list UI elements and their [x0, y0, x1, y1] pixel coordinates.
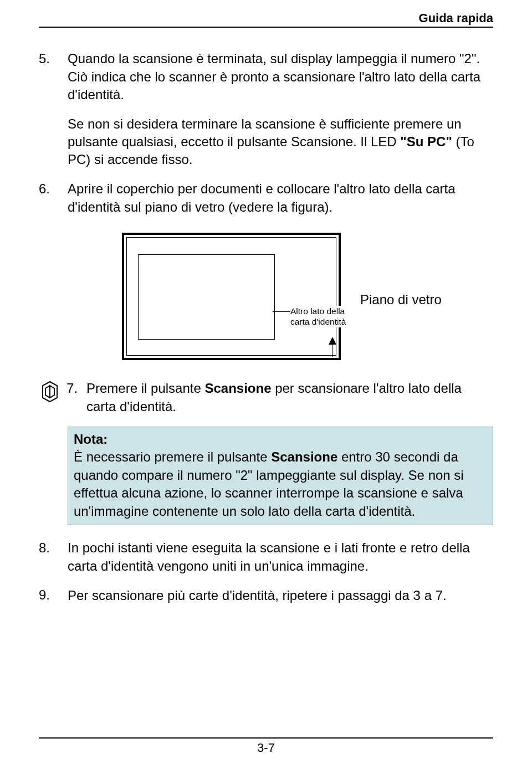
step-5-text: Quando la scansione è terminata, sul dis… — [68, 50, 493, 104]
step-7-text-a: Premere il pulsante — [86, 381, 204, 396]
step-5-number: 5. — [39, 50, 50, 68]
step-9: 9. Per scansionare più carte d'identità,… — [39, 586, 493, 604]
step-8: 8. In pochi istanti viene eseguita la sc… — [39, 539, 493, 575]
step-5-continuation: Se non si desidera terminare la scansion… — [68, 115, 493, 169]
diagram-row: Altro lato della carta d'identità Piano … — [39, 233, 493, 360]
diagram-arrow-line — [332, 344, 332, 357]
header-title: Guida rapida — [419, 11, 493, 25]
note-title: Nota: — [74, 430, 487, 448]
note-text-a: È necessario premere il pulsante — [74, 449, 271, 464]
step-7-number: 7. — [66, 381, 78, 396]
step-7-row: 7. Premere il pulsante Scansione per sca… — [39, 380, 493, 416]
page-footer: 3-7 — [39, 737, 493, 755]
page-header: Guida rapida — [39, 11, 493, 28]
step-9-text: Per scansionare più carte d'identità, ri… — [68, 587, 493, 604]
step-7: 7. Premere il pulsante Scansione per sca… — [66, 380, 493, 416]
step-6-text: Aprire il coperchio per documenti e coll… — [68, 180, 493, 216]
page-number: 3-7 — [257, 741, 275, 755]
note-body: È necessario premere il pulsante Scansio… — [74, 448, 487, 520]
scanner-diagram: Altro lato della carta d'identità — [122, 233, 341, 360]
note-bold: Scansione — [271, 449, 337, 464]
step-5: 5. Quando la scansione è terminata, sul … — [39, 50, 493, 104]
note-box: Nota: È necessario premere il pulsante S… — [68, 427, 493, 525]
page: Guida rapida 5. Quando la scansione è te… — [0, 0, 532, 769]
diagram-id-card — [138, 254, 275, 340]
step-5b-bold: "Su PC" — [400, 134, 452, 149]
step-8-number: 8. — [39, 539, 50, 557]
step-6-number: 6. — [39, 180, 50, 198]
scan-button-icon — [39, 381, 61, 403]
step-7-bold: Scansione — [204, 381, 271, 396]
step-6: 6. Aprire il coperchio per documenti e c… — [39, 180, 493, 216]
step-9-number: 9. — [39, 586, 50, 604]
diagram-arrow-head — [329, 337, 336, 345]
diagram-glass-label: Piano di vetro — [360, 291, 442, 309]
diagram-card-label: Altro lato della carta d'identità — [290, 306, 357, 327]
step-8-text: In pochi istanti viene eseguita la scans… — [68, 539, 493, 575]
